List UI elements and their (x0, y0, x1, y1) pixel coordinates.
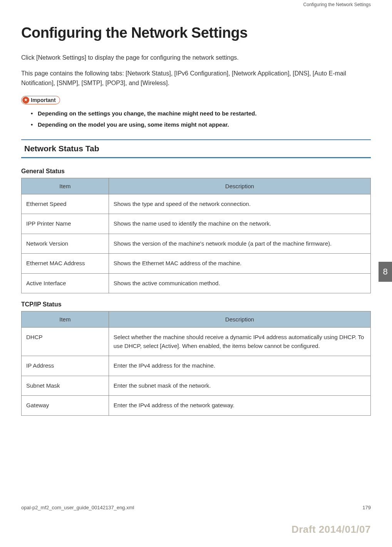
table-cell-item: Network Version (22, 234, 109, 254)
table-row: Active Interface Shows the active commun… (22, 273, 371, 293)
table-row: Ethernet MAC Address Shows the Ethernet … (22, 254, 371, 274)
important-label: Important (31, 97, 56, 103)
table-cell-item: DHCP (22, 328, 109, 356)
table-cell-description: Shows the type and speed of the network … (109, 194, 370, 214)
intro-paragraph-1: Click [Network Settings] to display the … (21, 53, 371, 63)
table-cell-description: Enter the IPv4 address of the network ga… (109, 396, 370, 416)
table-row: Gateway Enter the IPv4 address of the ne… (22, 396, 371, 416)
footer-filename: opal-p2_mf2_com_user_guide_00142137_eng.… (21, 505, 134, 510)
section-header: Network Status Tab (21, 139, 371, 158)
table-cell-description: Shows the version of the machine's netwo… (109, 234, 370, 254)
table-title-tcpip-status: TCP/IP Status (21, 301, 371, 308)
table-row: Subnet Mask Enter the subnet mask of the… (22, 376, 371, 396)
table-row: Network Version Shows the version of the… (22, 234, 371, 254)
table-cell-item: Ethernet MAC Address (22, 254, 109, 274)
table-cell-item: Gateway (22, 396, 109, 416)
table-cell-item: IP Address (22, 356, 109, 376)
table-header-description: Description (109, 311, 370, 328)
table-cell-description: Enter the subnet mask of the network. (109, 376, 370, 396)
list-item: Depending on the settings you change, th… (31, 110, 371, 117)
table-header-item: Item (22, 311, 109, 328)
table-cell-item: IPP Printer Name (22, 214, 109, 234)
page-footer: opal-p2_mf2_com_user_guide_00142137_eng.… (0, 505, 392, 510)
table-row: DHCP Select whether the machine should r… (22, 328, 371, 356)
important-callout: ★ Important (21, 96, 60, 104)
table-cell-description: Select whether the machine should receiv… (109, 328, 370, 356)
table-row: IP Address Enter the IPv4 address for th… (22, 356, 371, 376)
intro-paragraph-2: This page contains the following tabs: [… (21, 69, 371, 88)
running-header: Configuring the Network Settings (0, 0, 392, 7)
footer-page-number: 179 (362, 505, 371, 510)
tcpip-status-table: Item Description DHCP Select whether the… (21, 311, 371, 416)
table-cell-description: Shows the Ethernet MAC address of the ma… (109, 254, 370, 274)
page-content: Configuring the Network Settings Click [… (0, 7, 392, 416)
table-row: Ethernet Speed Shows the type and speed … (22, 194, 371, 214)
list-item: Depending on the model you are using, so… (31, 121, 371, 128)
draft-watermark: Draft 2014/01/07 (291, 524, 371, 535)
general-status-table: Item Description Ethernet Speed Shows th… (21, 178, 371, 294)
table-cell-item: Active Interface (22, 273, 109, 293)
chapter-tab: 8 (379, 262, 392, 282)
table-row: IPP Printer Name Shows the name used to … (22, 214, 371, 234)
section-title: Network Status Tab (24, 144, 368, 153)
page-title: Configuring the Network Settings (21, 25, 371, 41)
table-title-general-status: General Status (21, 168, 371, 175)
table-header-description: Description (109, 178, 370, 194)
star-icon: ★ (22, 97, 29, 104)
table-cell-description: Shows the name used to identify the mach… (109, 214, 370, 234)
table-cell-description: Enter the IPv4 address for the machine. (109, 356, 370, 376)
table-header-item: Item (22, 178, 109, 194)
table-cell-item: Ethernet Speed (22, 194, 109, 214)
table-cell-item: Subnet Mask (22, 376, 109, 396)
important-notes-list: Depending on the settings you change, th… (21, 110, 371, 128)
table-cell-description: Shows the active communication method. (109, 273, 370, 293)
